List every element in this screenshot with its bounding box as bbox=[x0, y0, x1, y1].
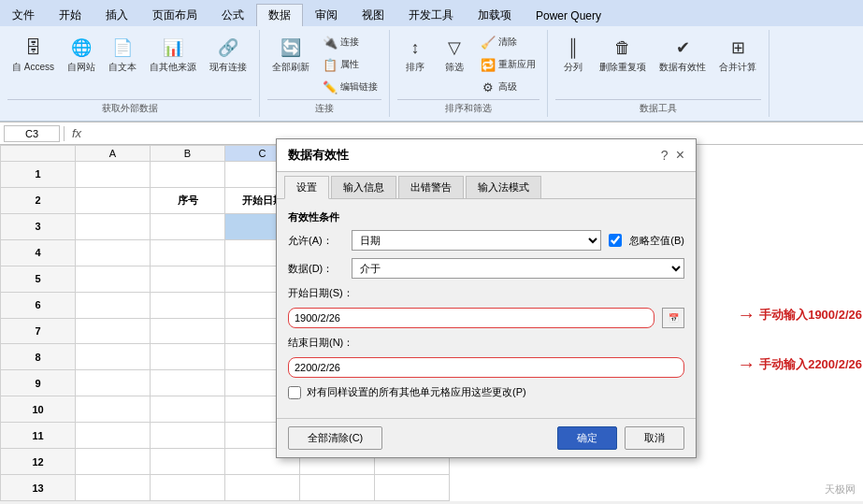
dialog-title-text: 数据有效性 bbox=[288, 147, 349, 164]
validity-condition-label: 有效性条件 bbox=[288, 210, 684, 224]
cancel-button[interactable]: 取消 bbox=[625, 426, 684, 450]
watermark: 天极网 bbox=[825, 482, 856, 497]
data-label: 数据(D)： bbox=[288, 262, 344, 276]
calendar-icon: 📅 bbox=[669, 313, 679, 323]
arrow1-icon: → bbox=[737, 304, 755, 325]
end-date-row: 结束日期(N)： bbox=[288, 336, 684, 350]
allow-row: 允许(A)： 日期 忽略空值(B) bbox=[288, 230, 684, 251]
ok-button[interactable]: 确定 bbox=[557, 426, 617, 450]
annotation-text-1: 手动输入1900/2/26 bbox=[759, 307, 862, 324]
start-date-row: 开始日期(S)： bbox=[288, 286, 684, 300]
dialog-tab-ime[interactable]: 输入法模式 bbox=[466, 176, 541, 198]
end-date-input-row: → 手动输入2200/2/26 bbox=[288, 357, 684, 378]
data-select[interactable]: 介于 bbox=[352, 258, 684, 279]
start-date-picker-button[interactable]: 📅 bbox=[662, 308, 684, 328]
annotation-text-2: 手动输入2200/2/26 bbox=[759, 356, 862, 373]
dialog-tab-input-message[interactable]: 输入信息 bbox=[331, 176, 396, 198]
apply-all-row: 对有同样设置的所有其他单元格应用这些更改(P) bbox=[288, 385, 684, 399]
dialog-footer: 全部清除(C) 确定 取消 bbox=[277, 418, 696, 457]
annotation-arrow1: → 手动输入1900/2/26 bbox=[737, 304, 862, 325]
dialog-tab-error-alert[interactable]: 出错警告 bbox=[398, 176, 464, 198]
dialog-help-button[interactable]: ? bbox=[661, 148, 669, 163]
annotation-arrow2: → 手动输入2200/2/26 bbox=[737, 353, 862, 375]
dialog-close-button[interactable]: × bbox=[676, 147, 684, 164]
apply-all-checkbox[interactable] bbox=[288, 386, 301, 399]
ignore-blank-checkbox[interactable] bbox=[609, 234, 622, 247]
start-date-input[interactable] bbox=[288, 308, 654, 328]
dialog-window-controls: ? × bbox=[661, 147, 684, 164]
footer-left: 全部清除(C) bbox=[288, 426, 382, 450]
dialog-tab-settings[interactable]: 设置 bbox=[284, 176, 329, 199]
apply-all-label: 对有同样设置的所有其他单元格应用这些更改(P) bbox=[307, 385, 526, 399]
start-date-input-row: 📅 → 手动输入1900/2/26 bbox=[288, 308, 684, 328]
data-row: 数据(D)： 介于 bbox=[288, 258, 684, 279]
clear-all-button[interactable]: 全部清除(C) bbox=[288, 426, 382, 450]
dialog-overlay: 数据有效性 ? × 设置 输入信息 出错警告 输入法模式 有效性条件 允许(A)… bbox=[0, 0, 863, 501]
arrow2-icon: → bbox=[737, 353, 755, 375]
dialog-body: 有效性条件 允许(A)： 日期 忽略空值(B) 数据(D)： 介于 开始日期(S… bbox=[277, 199, 696, 418]
dialog-title-bar: 数据有效性 ? × bbox=[277, 139, 696, 172]
end-date-label: 结束日期(N)： bbox=[288, 336, 353, 350]
allow-select[interactable]: 日期 bbox=[352, 230, 601, 251]
end-date-input[interactable] bbox=[288, 357, 684, 378]
data-validation-dialog: 数据有效性 ? × 设置 输入信息 出错警告 输入法模式 有效性条件 允许(A)… bbox=[276, 138, 697, 458]
allow-label: 允许(A)： bbox=[288, 234, 344, 248]
footer-right: 确定 取消 bbox=[557, 426, 684, 450]
dialog-tabs: 设置 输入信息 出错警告 输入法模式 bbox=[277, 172, 696, 199]
ignore-blank-label: 忽略空值(B) bbox=[629, 234, 684, 248]
start-date-label: 开始日期(S)： bbox=[288, 286, 353, 300]
